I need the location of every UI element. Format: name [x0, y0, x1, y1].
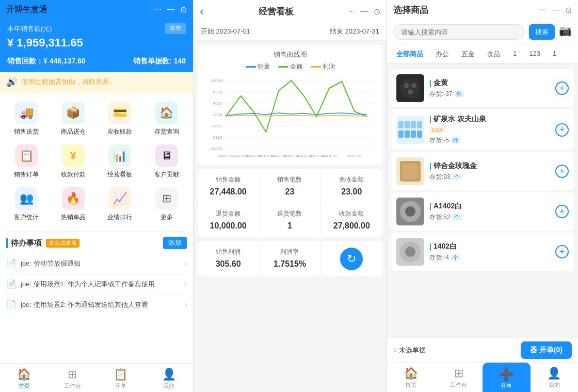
minimize-icon[interactable]: —: [552, 5, 560, 15]
main-grid: 🚚 销售送货 📦 商品进仓 💳 应收账款 🏠 存货查询 📋 销售订单 ¥ 收款付…: [0, 92, 193, 231]
year-button[interactable]: 本年: [165, 23, 186, 34]
stat-sales-amount: 销售金额 27,448.00: [198, 169, 259, 203]
grid-item-goods-in[interactable]: 📦 商品进仓: [50, 97, 97, 140]
stat-receipt-amount: 收款金额 27,800.00: [321, 203, 382, 237]
tab-1b[interactable]: 1: [548, 47, 561, 64]
svg-point-27: [408, 89, 413, 94]
sales-chart: 12000 8333 4667 1000 -2667 -6333 -10000 …: [203, 75, 377, 158]
nav-home-p3[interactable]: 🏠 首页: [387, 363, 435, 392]
add-product-button-1402[interactable]: +: [555, 245, 569, 258]
camera-icon[interactable]: 📷: [559, 24, 572, 40]
product-tabs: 全部商品 办公 五金 食品 1 123 1: [387, 44, 578, 64]
product-image-a1402: [396, 198, 424, 225]
add-product-button-jinhang[interactable]: +: [555, 81, 569, 95]
product-list: | 金黄 存货:-37 件 +: [387, 64, 578, 338]
nav-workbench[interactable]: ⊞ 工作台: [49, 364, 97, 392]
date-row: 开始 2023-07-01 结束 2023-07-31: [194, 23, 387, 41]
todo-item-2[interactable]: 📄 joe: 使用场景1: 作为个人记事或工作备忘使用 ›: [6, 274, 187, 295]
notice-bar: 🔊 使用过程如需协助，请联系系...: [0, 72, 193, 92]
product-image-water: [396, 116, 424, 144]
nav-order-p3[interactable]: ➕ 开单: [483, 363, 531, 392]
search-button[interactable]: 搜索: [529, 24, 555, 40]
todo-doc-icon: 📄: [6, 300, 17, 309]
mine-icon-p3: 👤: [547, 367, 561, 380]
refresh-button[interactable]: ↻: [340, 248, 363, 270]
stat-label: 销售笔数: [263, 175, 316, 184]
home-icon-p3: 🏠: [404, 367, 418, 380]
product-info-jinhang: | 金黄 存货:-37 件: [429, 78, 550, 99]
add-product-button-water[interactable]: +: [555, 123, 569, 137]
grid-label: 客户统计: [14, 213, 39, 222]
tab-food[interactable]: 食品: [482, 47, 506, 64]
todo-item-1[interactable]: 📄 joe: 劳动节放假通知 ›: [6, 253, 187, 274]
stock-unit-water: 件: [451, 137, 460, 143]
grid-item-sales-delivery[interactable]: 🚚 销售送货: [3, 97, 50, 140]
close-icon[interactable]: ⊙: [374, 7, 380, 17]
grid-item-customer-stats[interactable]: 👥 客户统计: [3, 183, 50, 226]
product-item-1402: | 1402白 存货:-4 个 +: [391, 233, 574, 271]
chart-area: 销售曲线图 销量 金额 利润 12000 8333 4667 1000 -266…: [198, 45, 382, 165]
product-name-1402: | 1402白: [429, 242, 550, 251]
date-start: 开始 2023-07-01: [201, 27, 250, 36]
svg-point-25: [404, 83, 409, 88]
todo-text-2: joe: 使用场景1: 作为个人记事或工作备忘使用: [21, 280, 180, 289]
todo-item-3[interactable]: 📄 joe: 使用场景2: 作为通知发送给其他人查看 ›: [6, 295, 187, 315]
svg-point-41: [405, 247, 415, 257]
stat-sales-count: 销售笔数 23: [259, 169, 320, 203]
product-name-jinhang: | 金黄: [429, 78, 550, 88]
stat-value: 27,448.00: [202, 187, 254, 197]
add-todo-button[interactable]: 添加: [163, 237, 187, 249]
svg-rect-32: [398, 130, 404, 138]
product-stock-jinhang: 存货:-37 件: [429, 90, 550, 99]
svg-rect-31: [417, 121, 422, 128]
tab-hardware[interactable]: 五金: [456, 47, 480, 64]
svg-text:-6333: -6333: [212, 135, 222, 140]
nav-workbench-p3[interactable]: ⊞ 工作台: [435, 363, 483, 392]
panel-dashboard: ‹ 经营看板 ··· — ⊙ 开始 2023-07-01 结束 2023-07-…: [194, 0, 387, 392]
tab-office[interactable]: 办公: [430, 47, 454, 64]
nav-home[interactable]: 🏠 首页: [0, 364, 49, 392]
grid-item-ranking[interactable]: 📈 业绩排行: [97, 183, 143, 226]
svg-text:-2667: -2667: [212, 124, 222, 128]
tab-1[interactable]: 1: [508, 47, 522, 64]
todo-section: 待办事项 未完成事项 添加 📄 joe: 劳动节放假通知 › 📄 joe: 使用…: [0, 232, 193, 363]
nav-mine-p3[interactable]: 👤 我的: [531, 363, 579, 392]
open-order-button[interactable]: 器 开单(0): [521, 341, 572, 359]
close-icon[interactable]: ⊙: [565, 5, 572, 15]
tab-all[interactable]: 全部商品: [391, 47, 428, 64]
grid-label: 应收账款: [107, 127, 132, 136]
stat-value: 23: [263, 187, 316, 197]
nav-order[interactable]: 📋 开单: [97, 364, 145, 392]
grid-item-customer-contribution[interactable]: 🖥 客户贡献: [143, 140, 190, 183]
grid-item-more[interactable]: ⊞ 更多: [143, 183, 190, 226]
search-input[interactable]: [393, 24, 525, 40]
tab-123[interactable]: 123: [524, 47, 545, 64]
stat-label: 退货金额: [202, 209, 254, 218]
product-stock-a1402: 存货:52 个: [429, 213, 550, 222]
product-stock-zinc: 存货:93 个: [429, 173, 550, 182]
nav-workbench-label: 工作台: [64, 382, 81, 390]
nav-workbench-label-p3: 工作台: [450, 381, 467, 389]
stat-label: 销售金额: [202, 175, 254, 184]
svg-text:8333: 8333: [213, 90, 222, 94]
grid-item-payment[interactable]: ¥ 收款付款: [50, 140, 97, 183]
svg-rect-29: [405, 121, 410, 128]
add-product-button-a1402[interactable]: +: [555, 205, 569, 218]
nav-home-label-p3: 首页: [405, 381, 416, 389]
grid-item-bestseller[interactable]: 🔥 热销单品: [50, 183, 97, 226]
todo-badge: 未完成事项: [46, 239, 79, 248]
back-icon[interactable]: ‹: [200, 4, 204, 19]
minimize-icon[interactable]: —: [360, 7, 368, 17]
grid-item-inventory[interactable]: 🏠 存货查询: [143, 97, 190, 140]
more-icon[interactable]: ···: [540, 5, 547, 15]
grid-item-dashboard[interactable]: 📊 经营看板: [97, 140, 143, 183]
more-icon[interactable]: ···: [348, 7, 355, 17]
stats-grid: 销售金额 27,448.00 销售笔数 23 免收金额 23.00 退货金额 1…: [198, 169, 382, 237]
todo-title: 待办事项: [6, 238, 42, 248]
footer-left-text: ≡ 未选单据: [393, 346, 426, 355]
add-product-button-zinc[interactable]: +: [555, 165, 569, 178]
grid-item-receivable[interactable]: 💳 应收账款: [97, 97, 143, 140]
nav-mine[interactable]: 👤 我的: [145, 364, 194, 392]
grid-item-sales-order[interactable]: 📋 销售订单: [3, 140, 50, 183]
stat-label: 免收金额: [325, 175, 378, 184]
